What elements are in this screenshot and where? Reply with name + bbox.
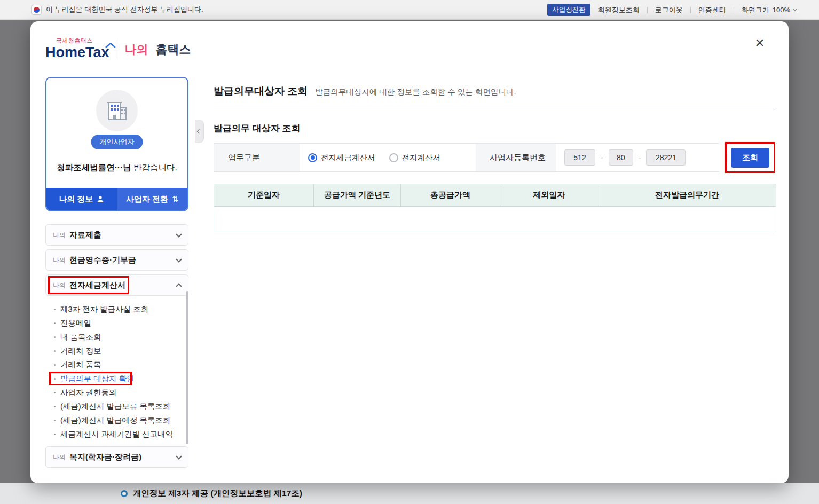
bizno-input-2[interactable]: 80 (609, 149, 633, 166)
section-label: 현금영수증·기부금 (69, 255, 136, 265)
search-form-bar: 업무구분 전자세금계산서 전자계산서 사업자등록번호 512 (214, 143, 719, 172)
my-hometax-modal: 국세청홈택스 HomeTax 나의 홈택스 × (30, 21, 789, 483)
radio-label: 전자계산서 (402, 153, 441, 163)
sidebar-item-invoice-period-report[interactable]: 세금계산서 과세기간별 신고내역 (45, 427, 188, 441)
greeting-text: 청파조세법률연···님 반갑습니다. (46, 162, 187, 174)
radio-e-invoice[interactable]: 전자계산서 (389, 153, 441, 163)
divider (647, 7, 648, 13)
sidebar-collapse-handle[interactable] (195, 120, 204, 143)
logo-main-text: HomeTax (45, 45, 109, 60)
business-switch-button[interactable]: 사업자 전환 ⇅ (117, 188, 188, 210)
link-logout[interactable]: 로그아웃 (655, 5, 683, 15)
sidebar-section-e-tax-invoice[interactable]: 나의 전자세금계산서 (45, 274, 188, 296)
radio-label: 전자세금계산서 (321, 153, 375, 163)
bullet-icon (54, 322, 56, 324)
col-header-e-issuance-duty-period: 전자발급의무기간 (598, 184, 776, 206)
sidebar-section-welfare[interactable]: 나의 복지(학자금·장려금) (45, 446, 188, 468)
gov-top-bar: 이 누리집은 대한민국 공식 전자정부 누리집입니다. 사업장전환 회원정보조회… (0, 0, 819, 20)
business-type-badge: 개인사업자 (91, 135, 143, 149)
page-title: 발급의무대상자 조회 (214, 84, 308, 98)
chevron-down-icon (176, 453, 182, 459)
bullet-icon (54, 392, 56, 393)
divider (214, 107, 776, 107)
item-label: 전용메일 (60, 318, 91, 328)
item-label: 거래처 품목 (60, 360, 101, 370)
sidebar-item-business-authority-consent[interactable]: 사업자 권한동의 (45, 385, 188, 399)
hometax-logo[interactable]: 국세청홈택스 HomeTax (45, 37, 109, 60)
item-label: 제3자 전자 발급사실 조회 (60, 304, 148, 314)
chevron-left-icon (197, 129, 201, 133)
bizno-input-1[interactable]: 512 (564, 149, 595, 166)
business-number-inputs: 512 - 80 - 28221 (556, 144, 719, 171)
col-header-supply-value-base-year: 공급가액 기준년도 (314, 184, 401, 206)
bizno-separator: - (601, 153, 603, 162)
chevron-down-icon (793, 7, 797, 11)
section-label: 자료제출 (69, 230, 101, 240)
item-label: (세금)계산서 발급보류 목록조회 (60, 401, 170, 412)
search-button[interactable]: 조회 (731, 148, 769, 168)
item-label: 사업자 권한동의 (60, 388, 117, 398)
chevron-up-icon (176, 283, 182, 289)
section-label: 전자세금계산서 (69, 280, 125, 290)
close-icon: × (755, 35, 765, 51)
radio-unchecked-icon[interactable] (389, 153, 398, 162)
section-prefix: 나의 (53, 256, 66, 265)
sidebar-item-my-items[interactable]: 내 품목조회 (45, 330, 188, 344)
bizno-input-3[interactable]: 28221 (646, 149, 686, 166)
logo-small-text: 국세청홈택스 (56, 37, 109, 45)
profile-card: 개인사업자 청파조세법률연···님 반갑습니다. 나의 정보 사업자 전환 ⇅ (45, 77, 188, 211)
greeting-name: 청파조세법률연···님 (57, 163, 131, 172)
col-header-exclusion-date: 제외일자 (500, 184, 598, 206)
item-label: 세금계산서 과세기간별 신고내역 (60, 429, 173, 439)
chevron-down-icon (176, 231, 182, 237)
building-icon (105, 99, 129, 122)
table-empty-row (214, 206, 776, 231)
avatar (96, 90, 138, 131)
main-content: 발급의무대상자 조회 발급의무대상자에 대한 정보를 조회할 수 있는 화면입니… (214, 84, 776, 231)
item-label: (세금)계산서 발급예정 목록조회 (60, 415, 170, 426)
bullet-icon (54, 378, 56, 380)
sidebar-item-third-party-issuance-check[interactable]: 제3자 전자 발급사실 조회 (45, 302, 188, 316)
divider (117, 40, 117, 58)
switch-label: 사업자 전환 (126, 194, 168, 204)
table-header-row: 기준일자 공급가액 기준년도 총공급가액 제외일자 전자발급의무기간 (214, 184, 776, 206)
close-button[interactable]: × (750, 33, 769, 52)
item-label: 내 품목조회 (60, 332, 101, 342)
my-info-button[interactable]: 나의 정보 (46, 188, 117, 210)
bullet-icon (54, 434, 56, 435)
search-highlight-box: 조회 (725, 142, 775, 173)
e-tax-invoice-submenu: 제3자 전자 발급사실 조회 전용메일 내 품목조회 거래처 정보 거래처 품목 (45, 300, 188, 446)
link-member-info[interactable]: 회원정보조회 (598, 5, 640, 15)
screen-size-label: 화면크기 (742, 5, 769, 15)
divider (690, 7, 691, 13)
sidebar-menu: 나의 자료제출 나의 현금영수증·기부금 나의 전자세금계산서 제3자 전자 발… (45, 224, 188, 471)
korea-flag-icon (32, 5, 42, 15)
bizno-separator: - (639, 153, 641, 162)
section-prefix: 나의 (53, 453, 66, 462)
link-cert-center[interactable]: 인증센터 (698, 5, 726, 15)
sidebar-section-cash-receipt-donation[interactable]: 나의 현금영수증·기부금 (45, 249, 188, 271)
swap-arrows-icon: ⇅ (172, 194, 179, 204)
menu-scrollbar-thumb[interactable] (186, 291, 188, 444)
screen-size-value: 100% (773, 6, 790, 14)
sidebar-item-invoice-scheduled-list[interactable]: (세금)계산서 발급예정 목록조회 (45, 413, 188, 427)
radio-checked-icon[interactable] (308, 153, 317, 162)
page: 이 누리집은 대한민국 공식 전자정부 누리집입니다. 사업장전환 회원정보조회… (0, 0, 819, 504)
business-type-label: 업무구분 (214, 144, 300, 171)
sidebar-item-client-items[interactable]: 거래처 품목 (45, 358, 188, 372)
radio-e-tax-invoice[interactable]: 전자세금계산서 (308, 153, 375, 163)
business-switch-badge[interactable]: 사업장전환 (547, 4, 590, 16)
business-type-radios: 전자세금계산서 전자계산서 (300, 144, 476, 171)
title-my: 나의 (125, 42, 148, 58)
business-number-label: 사업자등록번호 (476, 144, 556, 171)
item-label: 발급의무 대상자 확인 (60, 374, 135, 384)
screen-size-control[interactable]: 화면크기 100% (742, 5, 797, 15)
sidebar-item-issuance-duty-target-check[interactable]: 발급의무 대상자 확인 (45, 372, 188, 385)
sidebar-item-invoice-hold-list[interactable]: (세금)계산서 발급보류 목록조회 (45, 399, 188, 413)
sidebar-section-data-submission[interactable]: 나의 자료제출 (45, 224, 188, 246)
bullseye-bullet-icon (121, 490, 128, 497)
sidebar-item-client-info[interactable]: 거래처 정보 (45, 344, 188, 358)
sidebar-item-dedicated-mail[interactable]: 전용메일 (45, 316, 188, 330)
bullet-icon (54, 406, 56, 407)
background-page-strip: 개인정보 제3자 제공 (개인정보보호법 제17조) (0, 483, 819, 504)
